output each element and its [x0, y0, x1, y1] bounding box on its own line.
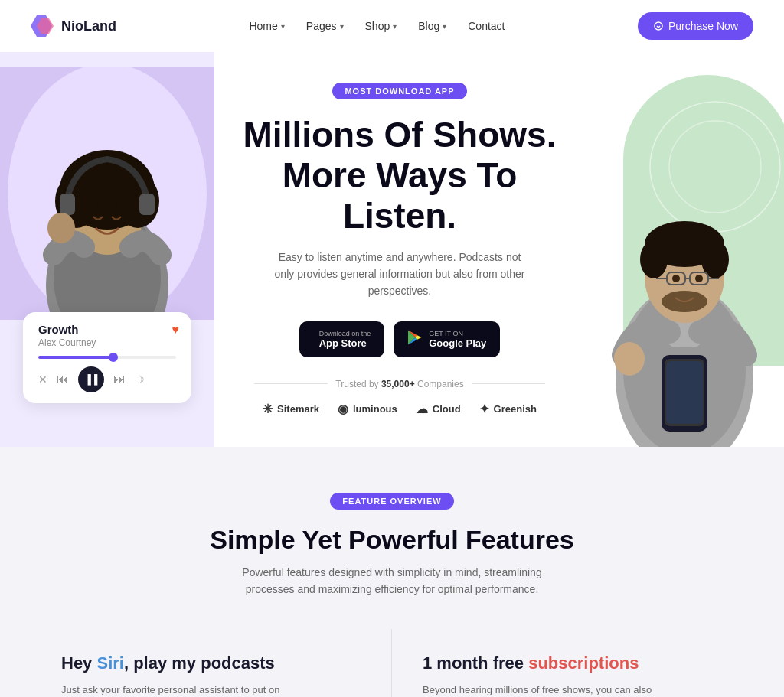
- prev-button[interactable]: ⏮: [57, 373, 69, 386]
- hero-badge: MOST DOWNLOAD APP: [332, 83, 466, 99]
- player-title: Growth: [38, 323, 176, 336]
- features-subtitle: Powerful features designed with simplici…: [231, 564, 553, 598]
- divider-left: [254, 383, 328, 384]
- feature-siri-title: Hey Siri, play my podcasts: [61, 653, 361, 673]
- chevron-down-icon: ▾: [281, 22, 285, 31]
- brand-sitemark: ✳ Sitemark: [263, 402, 319, 416]
- nav-shop[interactable]: Shop ▾: [365, 20, 397, 32]
- google-play-icon: [407, 329, 423, 346]
- trusted-line: Trusted by 35,000+ Companies: [254, 379, 545, 389]
- player-controls: ✕ ⏮ ▐▐ ⏭ ☽: [38, 366, 176, 392]
- app-store-button[interactable]: Download on the App Store: [299, 321, 385, 357]
- cart-icon: [653, 21, 664, 31]
- nav-pages[interactable]: Pages ▾: [306, 20, 344, 32]
- features-title: Simple Yet Powerful Features: [31, 525, 753, 555]
- man-svg: [593, 95, 776, 447]
- brand-luminous: ◉ luminous: [338, 402, 397, 416]
- nav-blog[interactable]: Blog ▾: [418, 20, 446, 32]
- brand-greenish: ✦ Greenish: [479, 402, 537, 416]
- nav-contact[interactable]: Contact: [468, 20, 505, 32]
- hero-title: Millions Of Shows. More Ways To Listen.: [230, 115, 570, 236]
- logo-icon: [31, 15, 55, 37]
- luminous-icon: ◉: [338, 402, 348, 416]
- svg-rect-13: [139, 194, 155, 215]
- player-artist: Alex Courtney: [38, 337, 176, 348]
- player-card: Growth Alex Courtney ♥ ✕ ⏮ ▐▐ ⏭ ☽: [23, 312, 191, 403]
- hero-left-panel: Growth Alex Courtney ♥ ✕ ⏮ ▐▐ ⏭ ☽: [0, 52, 214, 447]
- features-badge: FEATURE OVERVIEW: [330, 493, 453, 510]
- feature-subs-title: 1 month free subscriptions: [423, 653, 723, 673]
- feature-subs-desc: Beyond hearing millions of free shows, y…: [423, 682, 683, 697]
- next-button[interactable]: ⏭: [113, 373, 126, 386]
- logo-text: NioLand: [61, 18, 116, 34]
- chevron-down-icon: ▾: [340, 22, 344, 31]
- svg-point-31: [695, 275, 703, 282]
- svg-point-33: [614, 342, 645, 376]
- man-illustration: [593, 95, 776, 447]
- cloud-icon: ☁: [416, 402, 428, 416]
- google-play-button[interactable]: GET IT ON Google Play: [394, 321, 500, 357]
- greenish-icon: ✦: [479, 402, 489, 416]
- shuffle-button[interactable]: ✕: [38, 373, 47, 386]
- logo[interactable]: NioLand: [31, 15, 116, 37]
- sleep-button[interactable]: ☽: [135, 373, 145, 386]
- woman-illustration: [8, 67, 207, 320]
- sitemark-icon: ✳: [263, 402, 273, 416]
- chevron-down-icon: ▾: [393, 22, 397, 31]
- svg-point-14: [47, 213, 75, 243]
- features-header: FEATURE OVERVIEW Simple Yet Powerful Fea…: [31, 493, 753, 598]
- svg-point-23: [640, 240, 668, 278]
- features-grid: Hey Siri, play my podcasts Just ask your…: [31, 629, 753, 697]
- player-progress-bar[interactable]: [38, 356, 176, 359]
- trusted-text: Trusted by 35,000+ Companies: [335, 379, 463, 389]
- play-icon: [407, 329, 423, 350]
- app-buttons: Download on the App Store GET IT ON: [299, 321, 501, 357]
- feature-siri: Hey Siri, play my podcasts Just ask your…: [31, 629, 392, 697]
- play-pause-button[interactable]: ▐▐: [78, 366, 104, 392]
- hero-section: Growth Alex Courtney ♥ ✕ ⏮ ▐▐ ⏭ ☽ MOST D…: [0, 52, 784, 447]
- navbar: NioLand Home ▾ Pages ▾ Shop ▾ Blog ▾ Con…: [0, 0, 784, 52]
- nav-links: Home ▾ Pages ▾ Shop ▾ Blog ▾ Contact: [249, 20, 505, 32]
- svg-rect-12: [60, 194, 75, 215]
- heart-icon[interactable]: ♥: [172, 323, 180, 337]
- hero-center: MOST DOWNLOAD APP Millions Of Shows. Mor…: [214, 52, 585, 447]
- feature-subscriptions: 1 month free subscriptions Beyond hearin…: [392, 629, 753, 697]
- chevron-down-icon: ▾: [443, 22, 446, 31]
- feature-siri-desc: Just ask your favorite personal assistan…: [61, 682, 322, 697]
- nav-home[interactable]: Home ▾: [249, 20, 284, 32]
- hero-subtitle: Easy to listen anytime and anywhere. Pod…: [270, 249, 530, 300]
- features-section: FEATURE OVERVIEW Simple Yet Powerful Fea…: [0, 447, 784, 697]
- hero-left-image: [0, 67, 214, 320]
- purchase-button[interactable]: Purchase Now: [638, 12, 753, 40]
- brand-cloud: ☁ Cloud: [416, 402, 461, 416]
- svg-point-30: [672, 275, 680, 282]
- player-progress-fill: [38, 356, 114, 359]
- svg-point-2: [655, 22, 662, 30]
- svg-rect-36: [666, 361, 703, 424]
- divider-right: [472, 383, 545, 384]
- brand-logos: ✳ Sitemark ◉ luminous ☁ Cloud ✦ Greenish: [263, 402, 537, 416]
- hero-right-panel: [585, 52, 784, 447]
